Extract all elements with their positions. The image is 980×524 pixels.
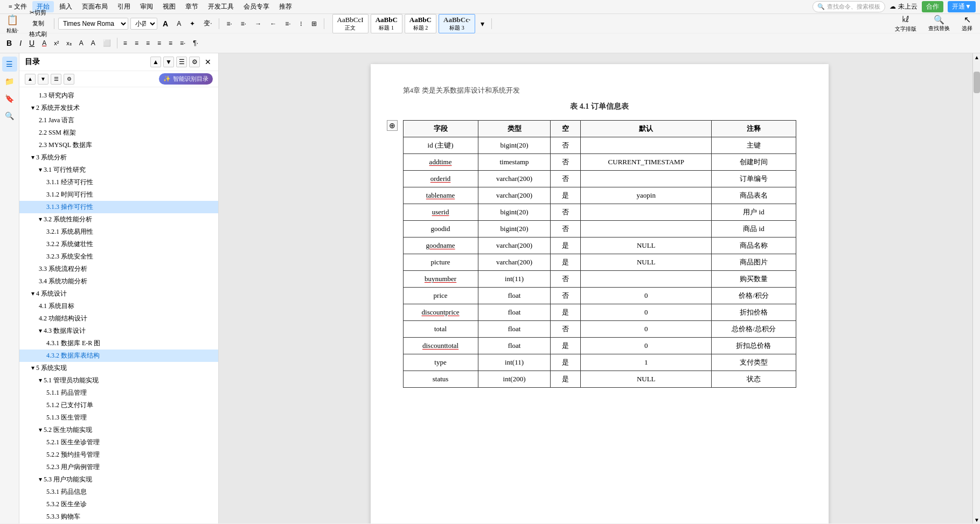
columns-button[interactable]: ⫶ [296,19,306,29]
toc-item-26[interactable]: 5.1.3 医生管理 [19,411,218,424]
menu-insert[interactable]: 插入 [55,1,77,12]
toc-item-8[interactable]: 3.1.2 时间可行性 [19,188,218,201]
font-color-button[interactable]: A [39,38,50,48]
bold-button[interactable]: B [3,38,15,48]
toc-item-35[interactable]: 5.3.4 提交订单 [19,523,218,523]
toc-item-16[interactable]: ▾ 4 系统设计 [19,288,218,300]
copy-button[interactable]: 复制 [29,18,47,29]
toc-item-19[interactable]: ▾ 4.3 数据库设计 [19,325,218,337]
sidebar-close-button[interactable]: ✕ [203,57,213,67]
upgrade-button[interactable]: 开通▼ [948,1,976,12]
toc-item-21[interactable]: 4.3.2 数据库表结构 [19,350,218,362]
toc-expand-btn[interactable]: ▼ [38,74,48,85]
line-spacing-button[interactable]: ≡· [282,19,294,29]
icon-panel-search[interactable]: 🔍 [2,108,17,123]
font-shrink-button[interactable]: A [173,19,184,29]
toc-item-17[interactable]: 4.1 系统目标 [19,300,218,312]
toc-item-34[interactable]: 5.3.3 购物车 [19,511,218,523]
menu-member[interactable]: 会员专享 [239,1,274,12]
toc-item-2[interactable]: 2.1 Java 语言 [19,114,218,127]
toc-item-13[interactable]: 3.2.3 系统安全性 [19,250,218,263]
menu-review[interactable]: 审阅 [136,1,157,12]
toc-item-6[interactable]: ▾ 3.1 可行性研究 [19,164,218,176]
underline-button[interactable]: U [26,38,38,48]
toc-item-20[interactable]: 4.3.1 数据库 E-R 图 [19,337,218,350]
ai-recognize-button[interactable]: ✨ 智能识别目录 [159,73,213,85]
toc-item-29[interactable]: 5.2.2 预约挂号管理 [19,449,218,461]
cut-button[interactable]: ✂切剪 [26,8,50,18]
menu-chapter[interactable]: 章节 [181,1,203,12]
toc-item-33[interactable]: 5.3.2 医生坐诊 [19,498,218,511]
sidebar-icon-list[interactable]: ☰ [176,57,187,67]
search-box[interactable]: 🔍 查找命令、搜索模板 [812,1,885,12]
icon-panel-files[interactable]: 📁 [2,74,17,89]
paste-button[interactable]: 📋 [3,13,22,27]
toc-settings-btn[interactable]: ⚙ [64,74,74,85]
indent-button[interactable]: → [252,19,265,29]
numbered-list-button[interactable]: ≡· [238,19,249,29]
toc-item-27[interactable]: ▾ 5.2 医生功能实现 [19,424,218,436]
icon-panel-bookmark[interactable]: 🔖 [2,91,17,106]
toc-item-23[interactable]: ▾ 5.1 管理员功能实现 [19,374,218,387]
menu-devtools[interactable]: 开发工具 [204,1,238,12]
subscript-button[interactable]: x₂ [63,39,75,48]
style-h1[interactable]: AaBbC 标题 1 [371,14,402,33]
scroll-up-arrow[interactable]: ▲ [973,53,980,61]
scroll-down-arrow[interactable]: ▼ [973,516,980,523]
align-center-button[interactable]: ≡ [131,38,142,48]
font-grow-button[interactable]: A [159,18,171,29]
toc-item-3[interactable]: 2.2 SSM 框架 [19,127,218,139]
menu-recommend[interactable]: 推荐 [275,1,296,12]
italic-button[interactable]: I [16,38,25,48]
align-left-button[interactable]: ≡ [120,38,130,48]
toc-collapse-btn[interactable]: ▲ [25,74,36,85]
distributed-button[interactable]: ≡ [165,38,176,48]
style-h2[interactable]: AaBbC 标题 2 [405,14,436,33]
table-move-handle[interactable]: ⊕ [387,120,398,131]
toc-item-28[interactable]: 5.2.1 医生坐诊管理 [19,436,218,449]
more-options-button[interactable]: ⊞ [308,19,320,29]
toc-item-30[interactable]: 5.2.3 用户病例管理 [19,461,218,473]
highlight-button[interactable]: A [76,38,87,48]
sidebar-icon-settings[interactable]: ⚙ [189,57,200,67]
superscript-button[interactable]: x² [51,39,62,47]
clear-format-button[interactable]: ✦ [186,19,198,29]
toc-list-btn[interactable]: ☰ [51,74,61,85]
toc-item-0[interactable]: 1.3 研究内容 [19,89,218,102]
toc-item-11[interactable]: 3.2.1 系统易用性 [19,226,218,238]
font-name-select[interactable]: Times New Roma [58,18,128,30]
sidebar-icon-expand[interactable]: ▼ [163,57,174,67]
find-replace-button[interactable]: 🔍 查找替换 [924,13,954,33]
toc-item-15[interactable]: 3.4 系统功能分析 [19,275,218,288]
change-button[interactable]: 变· [200,18,215,29]
line-spacing2-button[interactable]: ≡· [177,38,189,48]
toc-item-24[interactable]: 5.1.1 药品管理 [19,387,218,399]
cloud-save[interactable]: ☁ 未上云 [889,2,918,11]
paste-label[interactable]: 粘贴· [6,27,19,34]
toc-item-1[interactable]: ▾ 2 系统开发技术 [19,102,218,114]
toc-item-32[interactable]: 5.3.1 药品信息 [19,486,218,498]
toc-item-22[interactable]: ▾ 5 系统实现 [19,362,218,374]
right-scrollbar[interactable]: ▲ ▼ [972,53,980,523]
collab-button[interactable]: 合作 [922,1,943,12]
style-normal[interactable]: AaBbCcI 正文 [332,14,369,33]
sidebar-icon-collapse[interactable]: ▲ [150,57,161,67]
toc-item-25[interactable]: 5.1.2 已支付订单 [19,399,218,411]
toc-item-5[interactable]: ▾ 3 系统分析 [19,151,218,164]
outdent-button[interactable]: ← [267,19,280,29]
shading-button[interactable]: A [88,38,99,48]
toc-item-7[interactable]: 3.1.1 经济可行性 [19,176,218,188]
bullet-list-button[interactable]: ≡· [223,19,235,29]
icon-panel-toc[interactable]: ☰ [2,57,17,72]
scroll-thumb[interactable] [974,72,980,93]
menu-view[interactable]: 视图 [158,1,180,12]
toc-item-9[interactable]: 3.1.3 操作可行性 [19,201,218,213]
select-button[interactable]: ↖ 选择 [957,13,977,33]
style-h3[interactable]: AaBbCc· 标题 3 [439,14,475,33]
border-button[interactable]: ⬜ [100,38,114,48]
toc-item-4[interactable]: 2.3 MYSQL 数据库 [19,139,218,151]
menu-reference[interactable]: 引用 [113,1,135,12]
toc-item-18[interactable]: 4.2 功能结构设计 [19,312,218,325]
font-size-select[interactable]: 小四 [130,18,157,30]
align-right-button[interactable]: ≡ [143,38,153,48]
